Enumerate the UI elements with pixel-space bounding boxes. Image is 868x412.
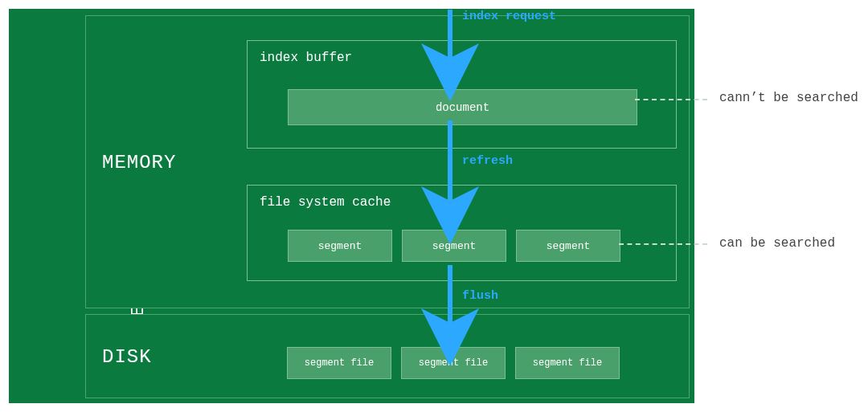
segment-file-box: segment file	[401, 347, 506, 379]
disk-section: DISK segment file segment file segment f…	[85, 314, 690, 398]
segment-box: segment	[516, 230, 620, 262]
segment-file-box: segment file	[515, 347, 620, 379]
elasticsearch-node: ELASTICSEARCH NODE MEMORY index buffer d…	[8, 8, 695, 404]
file-system-cache-box: file system cache segment segment segmen…	[247, 185, 677, 281]
index-buffer-box: index buffer document	[247, 40, 677, 149]
segment-box: segment	[288, 230, 392, 262]
memory-section: MEMORY index buffer document file system…	[85, 15, 690, 308]
arrow-label-flush: flush	[462, 289, 498, 303]
dashed-connector	[619, 243, 707, 245]
annotation-cannot-search: cann’t be searched	[719, 91, 858, 105]
memory-label: MEMORY	[102, 151, 176, 173]
index-buffer-title: index buffer	[260, 51, 352, 65]
disk-label: DISK	[102, 345, 152, 367]
arrow-label-refresh: refresh	[462, 154, 513, 168]
segments-row: segment segment segment	[288, 230, 620, 262]
file-system-cache-title: file system cache	[260, 195, 391, 210]
segment-box: segment	[402, 230, 506, 262]
disk-files-row: segment file segment file segment file	[287, 347, 620, 379]
segment-file-box: segment file	[287, 347, 391, 379]
arrow-label-index-request: index request	[462, 10, 556, 23]
document-box: document	[288, 89, 637, 125]
dashed-connector	[635, 99, 707, 100]
annotation-can-search: can be searched	[719, 236, 835, 251]
